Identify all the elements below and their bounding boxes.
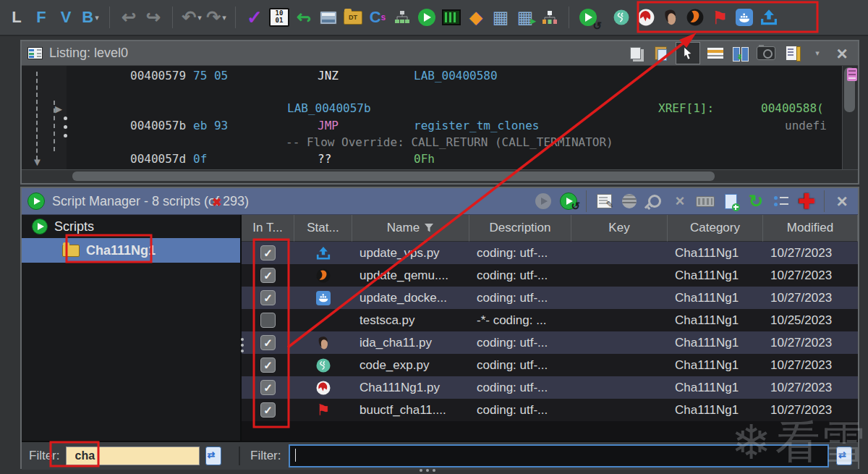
tree-filter-input[interactable]	[66, 447, 200, 465]
listing-format-f-button[interactable]: F	[29, 4, 54, 31]
export-button[interactable]	[292, 4, 316, 31]
buuctf-script-button[interactable]	[707, 4, 732, 31]
col-header-status[interactable]: Stat...	[294, 215, 352, 242]
scrollbar-thumb[interactable]	[72, 172, 715, 181]
listing-line[interactable]: 0040057b eb 93 JMP register_tm_clones un…	[22, 119, 842, 133]
col-header-in-tool[interactable]: In T...	[242, 215, 294, 242]
c-source-button[interactable]: Cs	[365, 4, 390, 31]
in-tool-checkbox[interactable]	[260, 313, 276, 328]
listing-line[interactable]: -- Flow Override: CALL_RETURN (CALL_TERM…	[22, 135, 842, 150]
close-icon	[836, 194, 847, 208]
edit-listing-fields-button[interactable]	[781, 43, 801, 63]
undo-button[interactable]: ▾	[179, 4, 204, 31]
in-tool-checkbox[interactable]: ✓	[260, 402, 276, 418]
in-tool-checkbox[interactable]: ✓	[260, 245, 276, 261]
panel-splitter-handle[interactable]	[241, 338, 244, 357]
listing-format-v-button[interactable]: V	[54, 4, 78, 31]
table-row[interactable]: ✓ Cha111Ng1.py coding: utf-... Cha111Ng1…	[242, 376, 858, 399]
run-button[interactable]	[414, 4, 439, 31]
symbol-tree-button[interactable]	[390, 4, 414, 31]
filter-options-icon[interactable]	[205, 447, 221, 465]
col-header-description[interactable]: Description	[469, 215, 571, 242]
script-manager-title-bar[interactable]: Script Manager - 8 scripts (of 293)	[22, 188, 858, 215]
new-script-button[interactable]	[720, 192, 741, 211]
table-row[interactable]: ✓ update_qemu.... coding: utf-... Cha111…	[242, 264, 858, 287]
table-filter-input[interactable]	[289, 444, 830, 467]
listing-line[interactable]: 00400579 75 05 JNZ LAB_00400580	[22, 69, 842, 83]
script-manager-close-button[interactable]	[832, 192, 852, 211]
chevron-down-icon[interactable]: ▾	[197, 13, 202, 22]
ghidra-api-help-button[interactable]	[796, 192, 817, 211]
folder-icon	[62, 245, 80, 257]
run-script-button[interactable]	[533, 192, 553, 211]
in-tool-checkbox[interactable]: ✓	[260, 335, 276, 350]
chevron-down-icon[interactable]: ▾	[95, 13, 99, 22]
navigate-in-button[interactable]	[141, 4, 166, 31]
script-directories-button[interactable]	[771, 192, 791, 211]
snapshot-button[interactable]	[756, 43, 776, 63]
function-graph-button[interactable]	[537, 4, 562, 31]
listing-options-dropdown[interactable]: ▾	[807, 43, 827, 63]
binary-view-button[interactable]: 1001	[267, 4, 292, 31]
vps-script-button[interactable]	[757, 4, 781, 31]
listing-format-l-button[interactable]: L	[4, 4, 29, 31]
table-row[interactable]: ✓ buuctf_cha11.... coding: utf-... Cha11…	[242, 399, 858, 421]
listing-content[interactable]: 00400579 75 05 JNZ LAB_00400580 LAB_0040…	[22, 66, 858, 169]
listing-line[interactable]: 0040057d 0f ?? 0Fh	[22, 152, 842, 166]
rerun-last-script-button[interactable]	[558, 192, 579, 211]
in-tool-checkbox[interactable]: ✓	[260, 357, 276, 373]
edit-script-button[interactable]	[594, 192, 614, 211]
col-header-name[interactable]: Name	[352, 215, 469, 242]
memory-map-button[interactable]	[316, 4, 341, 31]
listing-format-b-button[interactable]: B▾	[78, 4, 103, 31]
cursor-mode-button[interactable]	[676, 42, 700, 64]
redo-button[interactable]: ▾	[204, 4, 229, 31]
assign-keybinding-button[interactable]	[644, 192, 665, 211]
ida-script-button[interactable]	[658, 4, 683, 31]
copy-button[interactable]	[625, 43, 645, 63]
table-row[interactable]: ✓ code_exp.py coding: utf-... Cha111Ng1 …	[242, 354, 858, 376]
clear-filter-icon[interactable]	[212, 195, 221, 209]
qemu-script-button[interactable]	[683, 4, 707, 31]
filter-options-icon[interactable]	[836, 447, 852, 465]
code-exp-script-button[interactable]	[609, 4, 634, 31]
docker-script-button[interactable]	[732, 4, 757, 31]
processor-button[interactable]	[439, 4, 464, 31]
rename-script-button[interactable]	[695, 192, 715, 211]
col-header-modified[interactable]: Modified	[763, 215, 858, 242]
listing-close-button[interactable]	[832, 43, 852, 63]
listing-title-bar[interactable]: Listing: level0 ▾	[22, 41, 858, 66]
table-row[interactable]: ✓ ida_cha11.py coding: utf-... Cha111Ng1…	[242, 331, 858, 354]
in-tool-checkbox[interactable]: ✓	[260, 290, 276, 305]
edit-fields-button[interactable]	[705, 43, 726, 63]
window-resize-handle[interactable]	[420, 469, 441, 473]
listing-vertical-scrollbar[interactable]	[842, 66, 858, 169]
col-header-category[interactable]: Category	[668, 215, 763, 242]
paste-button[interactable]	[650, 43, 671, 63]
diamond-tool-button[interactable]	[464, 4, 488, 31]
tree-folder-cha111ng1[interactable]: Cha111Ng1	[22, 238, 240, 263]
table-row[interactable]: ✓ update_docke... coding: utf-... Cha111…	[242, 287, 858, 309]
delete-script-button[interactable]	[670, 192, 690, 211]
table-row[interactable]: testsca.py -*- coding: ... Cha111Ng1 10/…	[242, 309, 858, 331]
chevron-down-icon[interactable]: ▾	[222, 13, 226, 22]
col-header-key[interactable]: Key	[571, 215, 668, 242]
rerun-script-button[interactable]	[576, 4, 600, 31]
navigate-out-button[interactable]	[116, 4, 141, 31]
fields-icon	[707, 47, 724, 59]
tree-root-scripts[interactable]: Scripts	[22, 215, 240, 238]
diff-view-button[interactable]	[731, 43, 751, 63]
edit-in-eclipse-button[interactable]	[619, 192, 639, 211]
table-export-button[interactable]	[513, 4, 537, 31]
in-tool-checkbox[interactable]: ✓	[260, 380, 276, 395]
listing-line[interactable]: LAB_0040057b XREF[1]: 00400588(	[22, 101, 842, 116]
data-type-manager-button[interactable]: DT	[341, 4, 365, 31]
table-view-button[interactable]	[488, 4, 513, 31]
listing-horizontal-scrollbar[interactable]	[22, 169, 858, 183]
refresh-scripts-button[interactable]	[746, 192, 766, 211]
in-tool-checkbox[interactable]: ✓	[260, 268, 276, 283]
cha111ng1-script-button[interactable]	[634, 4, 658, 31]
table-row[interactable]: ✓ update_vps.py coding: utf-... Cha111Ng…	[242, 242, 858, 264]
validate-button[interactable]	[242, 4, 267, 31]
dt-folder-icon: DT	[344, 11, 362, 25]
